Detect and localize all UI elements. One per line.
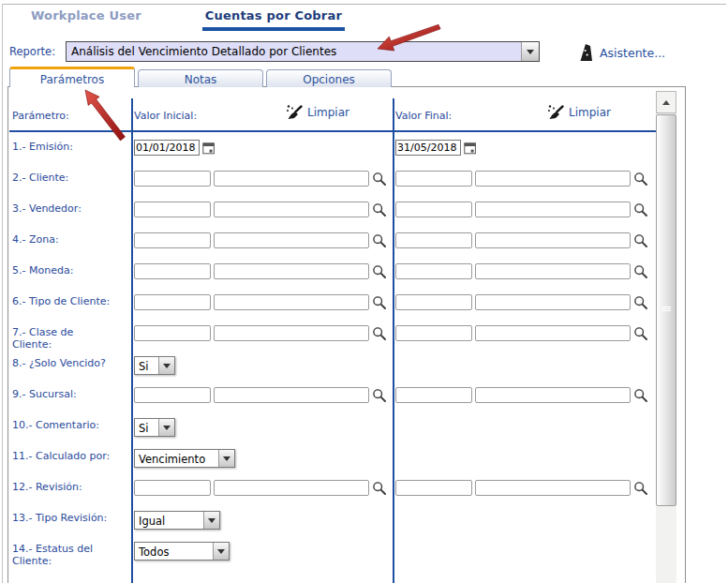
header-valor-inicial: Valor Inicial:	[134, 110, 197, 122]
date-input[interactable]	[134, 140, 200, 156]
arrow-up-icon	[662, 100, 670, 105]
scrollbar-thumb[interactable]	[656, 114, 676, 506]
search-icon[interactable]	[633, 481, 648, 496]
clear-initial-button[interactable]: Limpiar	[286, 104, 349, 120]
code-input[interactable]	[395, 294, 472, 310]
final-value-cell	[395, 325, 648, 341]
code-input[interactable]	[395, 480, 472, 496]
code-input[interactable]	[134, 171, 211, 187]
dropdown[interactable]: Todos	[134, 542, 230, 561]
table-row: 7.- Clase de Cliente:	[8, 318, 657, 349]
top-tab-workplace-user[interactable]: Workplace User	[28, 8, 144, 31]
search-icon[interactable]	[633, 202, 648, 217]
header-valor-final: Valor Final:	[395, 110, 452, 122]
clear-final-button[interactable]: Limpiar	[547, 104, 611, 120]
search-icon[interactable]	[633, 172, 648, 187]
tab-notas[interactable]: Notas	[138, 69, 263, 87]
search-icon[interactable]	[372, 233, 387, 248]
description-input[interactable]	[475, 232, 631, 248]
vertical-scrollbar[interactable]	[656, 91, 676, 583]
search-icon[interactable]	[372, 172, 387, 187]
code-input[interactable]	[395, 171, 472, 187]
tab-parametros[interactable]: Parámetros	[9, 67, 135, 87]
description-input[interactable]	[475, 171, 631, 187]
code-input[interactable]	[134, 202, 211, 217]
tab-opciones[interactable]: Opciones	[266, 69, 392, 87]
table-row: 5.- Moneda:	[8, 256, 657, 287]
broom-icon[interactable]	[547, 104, 564, 120]
search-icon[interactable]	[633, 233, 648, 248]
assistant-label: Asistente...	[600, 46, 665, 60]
table-row: 6.- Tipo de Cliente:	[8, 287, 657, 318]
description-input[interactable]	[475, 325, 631, 341]
code-input[interactable]	[134, 263, 211, 279]
dropdown[interactable]: Si	[134, 418, 175, 437]
dropdown[interactable]: Igual	[134, 511, 220, 530]
calendar-icon[interactable]	[464, 142, 477, 155]
search-icon[interactable]	[372, 388, 387, 403]
code-input[interactable]	[395, 325, 472, 341]
final-value-cell	[395, 232, 648, 248]
search-icon[interactable]	[372, 202, 387, 217]
search-icon[interactable]	[633, 264, 648, 279]
code-input[interactable]	[395, 387, 472, 403]
code-input[interactable]	[395, 202, 472, 217]
search-icon[interactable]	[633, 295, 648, 310]
assistant-link[interactable]: Asistente...	[579, 42, 665, 63]
description-input[interactable]	[214, 325, 369, 341]
arrow-down-icon[interactable]	[218, 450, 234, 467]
description-input[interactable]	[475, 387, 631, 403]
description-input[interactable]	[475, 263, 631, 279]
initial-value-cell	[134, 140, 215, 156]
arrow-down-icon[interactable]	[158, 357, 174, 374]
description-input[interactable]	[214, 232, 369, 248]
report-dropdown[interactable]: Análisis del Vencimiento Detallado por C…	[66, 41, 540, 62]
code-input[interactable]	[395, 263, 472, 279]
dropdown-value: Vencimiento	[135, 450, 218, 467]
search-icon[interactable]	[372, 481, 387, 496]
arrow-down-icon[interactable]	[158, 419, 174, 436]
description-input[interactable]	[214, 294, 369, 310]
description-input[interactable]	[475, 480, 631, 496]
calendar-icon[interactable]	[202, 142, 215, 155]
code-input[interactable]	[395, 232, 472, 248]
report-dropdown-value: Análisis del Vencimiento Detallado por C…	[67, 42, 521, 61]
arrow-down-icon[interactable]	[203, 512, 219, 529]
table-row: 13.- Tipo Revisión: Igual	[8, 503, 657, 534]
dropdown[interactable]: Vencimiento	[134, 449, 235, 468]
search-icon[interactable]	[633, 388, 648, 403]
param-rows: 1.- Emisión: 2.- Cliente:	[8, 132, 657, 565]
initial-value-cell: Igual	[134, 511, 220, 530]
search-icon[interactable]	[372, 295, 387, 310]
search-icon[interactable]	[372, 264, 387, 279]
param-label: 3.- Vendedor:	[12, 202, 113, 215]
arrow-down-icon[interactable]	[521, 42, 539, 61]
description-input[interactable]	[214, 171, 369, 187]
top-tab-cuentas-por-cobrar[interactable]: Cuentas por Cobrar	[202, 8, 345, 31]
param-label: 2.- Cliente:	[12, 172, 113, 184]
initial-value-cell	[134, 171, 387, 187]
description-input[interactable]	[214, 263, 369, 279]
code-input[interactable]	[134, 387, 211, 403]
broom-icon[interactable]	[286, 104, 303, 120]
code-input[interactable]	[134, 325, 211, 341]
code-input[interactable]	[134, 232, 211, 248]
arrow-down-icon[interactable]	[213, 543, 229, 560]
code-input[interactable]	[134, 480, 211, 496]
code-input[interactable]	[134, 294, 211, 310]
dropdown[interactable]: Si	[134, 356, 175, 375]
description-input[interactable]	[214, 202, 369, 217]
date-input[interactable]	[395, 140, 461, 156]
initial-value-cell	[134, 480, 387, 496]
final-value-cell	[395, 202, 648, 217]
window-left-border	[2, 4, 3, 583]
search-icon[interactable]	[633, 326, 648, 341]
description-input[interactable]	[214, 387, 369, 403]
scrollbar-up-button[interactable]	[656, 91, 676, 113]
description-input[interactable]	[475, 202, 631, 217]
wizard-icon[interactable]	[579, 43, 593, 62]
description-input[interactable]	[475, 294, 631, 310]
param-label: 1.- Emisión:	[12, 141, 113, 153]
search-icon[interactable]	[372, 326, 387, 341]
description-input[interactable]	[214, 480, 369, 496]
